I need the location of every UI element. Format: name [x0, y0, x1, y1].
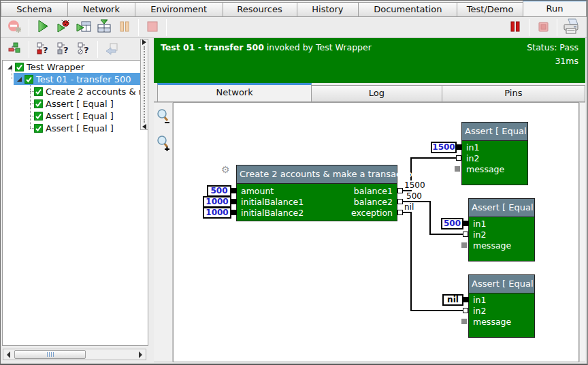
network-canvas[interactable]: ⚙ Create 2 accounts & make a transaction… [173, 102, 579, 362]
node-assert-1[interactable]: Assert [ Equal ] in1 in2 message [461, 122, 528, 185]
load-table-button[interactable] [94, 18, 114, 37]
assert1-port-in2[interactable] [456, 155, 461, 161]
scroll-left-arrow[interactable] [3, 349, 14, 360]
network-blocks-icon [7, 41, 22, 58]
assert2-port-message[interactable] [461, 242, 467, 248]
pin-label-in2: in2 [473, 229, 486, 240]
test-tree-panel: ? ? ? [1, 38, 151, 364]
tree-item-assert-2[interactable]: Assert [ Equal ] [3, 110, 148, 122]
scrollbar-thumb[interactable] [14, 350, 86, 359]
output-port-balance2[interactable] [397, 199, 403, 204]
tab-history[interactable]: History [297, 2, 359, 16]
assert3-port-message[interactable] [461, 319, 467, 324]
tree-item-assert-1[interactable]: Assert [ Equal ] [3, 97, 148, 110]
tree-item-create-accounts[interactable]: Create 2 accounts & make a transaction [3, 85, 148, 97]
zoom-out-button[interactable] [156, 108, 171, 127]
gear-icon[interactable]: ⚙ [221, 165, 230, 174]
value-box-assert1-in1[interactable]: 1500 [431, 142, 457, 153]
assert1-port-in1[interactable] [457, 144, 462, 150]
checkbox-checked-icon[interactable] [15, 63, 24, 72]
tab-network-view[interactable]: Network [157, 83, 312, 101]
banner-title: Test 01 - transfer 500 invoked by Test W… [161, 42, 372, 52]
stop-pink-icon [535, 18, 551, 37]
tab-log-view[interactable]: Log [311, 85, 442, 101]
node-assert-3[interactable]: Assert [ Equal ] in1 in2 message [468, 274, 535, 338]
pin-label-in1: in1 [473, 219, 486, 229]
tab-network[interactable]: Network [67, 2, 135, 16]
checkbox-checked-icon[interactable] [34, 99, 43, 108]
scroll-right-arrow[interactable] [135, 349, 146, 360]
tab-schema[interactable]: Schema [1, 2, 68, 16]
tree-item-assert-3[interactable]: Assert [ Equal ] [3, 122, 148, 134]
breakpoint-any-button[interactable]: ? [53, 40, 74, 59]
stop-button-disabled[interactable] [142, 18, 163, 37]
assert2-port-in1[interactable] [463, 221, 469, 226]
pin-label-in1: in1 [473, 295, 486, 306]
tree-horizontal-scrollbar[interactable] [3, 349, 146, 360]
pin-label-initialBalance2: initialBalance2 [241, 208, 304, 219]
node-title: Assert [ Equal ] [462, 123, 527, 141]
run-button[interactable] [33, 18, 53, 37]
zoom-in-button[interactable] [156, 135, 171, 153]
toolbar-separator [166, 19, 167, 36]
expander-icon[interactable] [16, 76, 22, 82]
tree-item-test-wrapper[interactable]: Test Wrapper [3, 61, 148, 73]
stop-test-button[interactable] [533, 18, 553, 37]
test-name: Test 01 - transfer 500 [161, 42, 264, 52]
checkbox-checked-icon[interactable] [24, 75, 33, 84]
value-box-initialBalance2[interactable]: 1000 [203, 207, 231, 219]
checkbox-checked-icon[interactable] [34, 112, 43, 121]
debug-button[interactable] [53, 18, 74, 37]
svg-text:?: ? [84, 45, 89, 55]
pin-label-in2: in2 [466, 153, 479, 164]
breakpoint-gray-icon: ? [56, 41, 71, 58]
tree-item-label: Test 01 - transfer 500 [36, 74, 131, 84]
value-box-assert2-in1[interactable]: 500 [441, 218, 463, 229]
toolbar-separator [97, 41, 98, 58]
show-network-button[interactable] [5, 40, 25, 59]
print-button[interactable] [561, 18, 581, 37]
tab-pins-view[interactable]: Pins [442, 85, 585, 101]
assert3-port-in2[interactable] [463, 308, 468, 313]
status-text: Status: Pass [527, 42, 578, 52]
breakpoint-none-button[interactable]: ? [74, 40, 94, 59]
breakpoint-fail-button[interactable]: ? [33, 40, 53, 59]
checkbox-checked-icon[interactable] [34, 124, 43, 133]
tab-documentation[interactable]: Documentation [358, 2, 457, 16]
tree-item-test-01[interactable]: Test 01 - transfer 500 [14, 73, 148, 85]
tree-item-label: Assert [ Equal ] [46, 111, 114, 121]
assert2-port-in2[interactable] [463, 232, 468, 237]
canvas-vertical-scrollbar[interactable] [579, 102, 585, 362]
output-port-exception[interactable] [397, 210, 403, 215]
input-port-initialBalance2[interactable] [231, 210, 237, 215]
run-toolbar [1, 17, 587, 38]
checkbox-checked-icon[interactable] [34, 87, 43, 96]
value-box-initialBalance1[interactable]: 1000 [203, 196, 231, 208]
output-port-balance1[interactable] [397, 188, 403, 193]
apply-result-button[interactable] [101, 40, 122, 59]
tab-test-demo[interactable]: Test/Demo [457, 2, 523, 16]
input-port-amount[interactable] [231, 188, 237, 193]
disconnect-button[interactable] [5, 18, 25, 37]
run-to-table-button[interactable] [74, 18, 94, 37]
pause-button-disabled[interactable] [114, 18, 135, 37]
tree-scroll-strip[interactable] [140, 39, 148, 130]
expander-icon[interactable] [7, 64, 13, 70]
assert1-port-message[interactable] [455, 166, 460, 172]
tab-run[interactable]: Run [523, 0, 587, 16]
assert3-port-in1[interactable] [463, 297, 469, 302]
pin-label-balance1: balance1 [354, 186, 393, 197]
test-tree: Test Wrapper Test 01 - transfer 500 Crea… [2, 60, 148, 346]
zoom-toolbar [154, 102, 173, 362]
input-port-initialBalance1[interactable] [231, 199, 237, 204]
node-create-accounts[interactable]: Create 2 accounts & make a transaction a… [236, 165, 397, 221]
pin-label-amount: amount [241, 186, 274, 197]
value-box-amount[interactable]: 500 [207, 185, 231, 197]
tab-resources[interactable]: Resources [223, 2, 297, 16]
wire-value-balance1: 1500 [404, 180, 426, 190]
tab-environment[interactable]: Environment [135, 2, 223, 16]
pin-label-exception: exception [351, 208, 393, 219]
pause-test-button[interactable] [505, 18, 525, 37]
node-assert-2[interactable]: Assert [ Equal ] in1 in2 message [468, 198, 535, 261]
value-box-assert3-in1[interactable]: nil [442, 294, 463, 306]
